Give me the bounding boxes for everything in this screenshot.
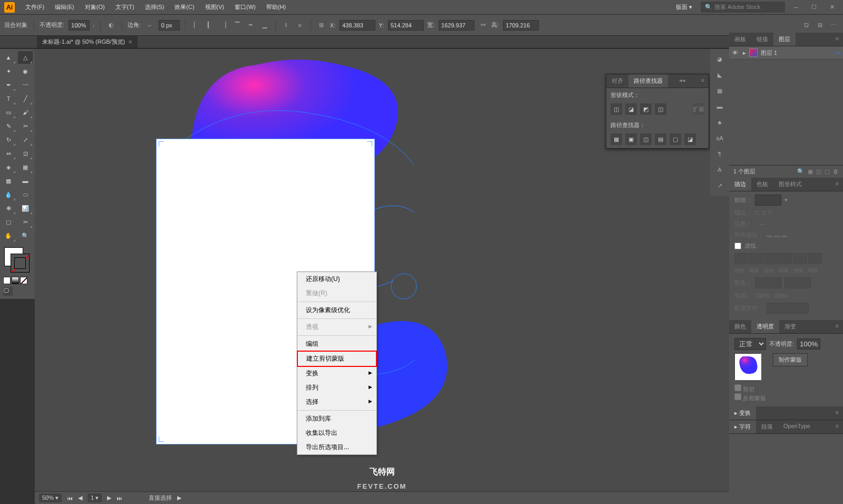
align-hcenter-icon[interactable]: ▎ [205,20,215,31]
ctx-collect-export[interactable]: 收集以导出 [297,426,376,440]
artboard-nav-prev-icon[interactable]: ◀ [78,495,82,501]
slice-tool[interactable]: ✂ [18,216,33,228]
layer-target-icon[interactable]: ○ ▪ [832,50,840,56]
panel-menu-icon[interactable]: ≡ [831,33,843,46]
workspace-switcher[interactable]: 版面 ▾ [672,1,696,13]
eraser-tool[interactable]: ✂ [18,120,33,132]
artboard-nav-first-icon[interactable]: ⏮ [67,495,73,501]
menu-help[interactable]: 帮助(H) [262,1,290,13]
tab-transparency[interactable]: 透明度 [751,320,779,333]
swatches-dock-icon[interactable]: ▦ [714,85,725,96]
outline-icon[interactable]: ▢ [670,133,681,145]
snap-point-icon[interactable]: ⊟ [815,20,825,31]
menu-effect[interactable]: 效果(C) [170,1,198,13]
mesh-tool[interactable]: ▩ [1,175,16,187]
gradient-tool[interactable]: ▬ [18,175,33,187]
exclude-icon[interactable]: ◫ [655,103,666,115]
prefs-icon[interactable]: ⋯ [828,20,839,31]
tab-character[interactable]: ▸ 字符 [729,420,756,433]
menu-type[interactable]: 文字(T) [111,1,139,13]
direct-selection-tool[interactable]: △ [18,51,33,64]
make-mask-button[interactable]: 制作蒙版 [773,353,808,366]
minus-back-icon[interactable]: ◪ [684,133,696,145]
lasso-tool[interactable]: ◉ [18,65,33,77]
artboard-nav-next-icon[interactable]: ▶ [107,495,111,501]
color-mode-icon[interactable] [3,277,11,284]
ctx-group[interactable]: 编组 [297,337,376,351]
menu-edit[interactable]: 编辑(E) [51,1,79,13]
trans-opacity-input[interactable] [797,338,820,350]
transform-icon[interactable]: ⊞ [316,20,327,31]
opacity-input[interactable] [69,20,90,31]
libraries-dock-icon[interactable]: ↗ [714,180,725,191]
artboard-nav-last-icon[interactable]: ⏭ [117,495,122,501]
tab-swatches[interactable]: 色板 [751,178,773,191]
crop-icon[interactable]: ▤ [655,133,666,145]
ctx-transform[interactable]: 变换▶ [297,366,376,381]
recolor-icon[interactable]: ◐ [106,20,117,31]
minus-front-icon[interactable]: ◪ [625,103,637,115]
menu-file[interactable]: 文件(F) [21,1,49,13]
layer-row[interactable]: 👁 ▸ 图层 1 ○ ▪ [729,46,843,60]
tab-links[interactable]: 链接 [751,33,773,46]
h-input[interactable] [503,20,539,31]
weight-input[interactable] [755,195,781,206]
selection-tool[interactable]: ▲ [1,51,16,64]
perspective-grid-tool[interactable]: ▦ [18,161,33,173]
ctx-select[interactable]: 选择▶ [297,395,376,409]
pen-tool[interactable]: ✒ [1,79,16,91]
zoom-tool[interactable]: 🔍 [18,229,33,242]
y-input[interactable] [388,20,424,31]
tab-close-icon[interactable]: ✕ [128,39,132,45]
zoom-select[interactable]: 50% ▾ [39,493,62,502]
tab-stroke[interactable]: 描边 [729,178,751,191]
gradient-mode-icon[interactable] [12,277,19,284]
panel-menu-icon[interactable]: ≡ [831,406,843,420]
ctx-make-clipping-mask[interactable]: 建立剪切蒙版 [297,351,377,367]
artboard-tool[interactable]: ▢ [1,216,16,228]
color-dock-icon[interactable]: ◕ [714,53,725,65]
symbols-dock-icon[interactable]: ♣ [714,117,725,128]
document-tab[interactable]: 未标题-1.ai* @ 50% (RGB/预览) ✕ [37,36,138,48]
scale-tool[interactable]: ⤢ [18,133,33,146]
maximize-icon[interactable]: ☐ [807,3,821,12]
align-right-icon[interactable]: ▕ [218,20,229,31]
ctx-add-library[interactable]: 添加到库 [297,412,376,426]
minimize-icon[interactable]: ─ [789,3,803,12]
screen-mode-icon[interactable]: 🖵 [3,287,13,296]
blend-tool[interactable]: ⬭ [18,188,33,201]
type-tool[interactable]: T [1,92,16,105]
blend-mode-select[interactable]: 正常 [734,338,766,350]
panel-collapse-icon[interactable]: ◂◂ [675,74,690,88]
paintbrush-tool[interactable]: 🖌 [18,106,33,119]
weight-dropdown-icon[interactable]: ▾ [784,197,788,203]
character-dock-icon[interactable]: A [714,164,725,176]
ctx-export-selection[interactable]: 导出所选项目... [297,440,376,454]
expand-arrow-icon[interactable]: ▸ [743,50,746,56]
make-clipping-icon[interactable]: ▣ [808,168,813,175]
tab-artboards[interactable]: 画板 [729,33,751,46]
paragraph-dock-icon[interactable]: ¶ [714,148,725,160]
artboard-select[interactable]: 1 ▾ [88,493,102,502]
hand-tool[interactable]: ✋ [1,229,16,242]
stroke-dock-icon[interactable]: aA [714,132,725,144]
tab-pathfinder[interactable]: 路径查找器 [628,74,668,88]
align-bottom-icon[interactable]: ▁ [259,20,270,31]
distribute-h-icon[interactable]: ⫴ [281,20,292,31]
corner-type-icon[interactable]: ⌐ [145,20,156,31]
stroke-swatch[interactable] [11,254,30,273]
close-icon[interactable]: ✕ [825,3,839,12]
width-tool[interactable]: ⇔ [1,147,16,160]
locate-icon[interactable]: 🔍 [797,168,805,175]
chevron-right-icon[interactable]: › [93,22,95,28]
dash-checkbox[interactable] [734,243,741,249]
column-graph-tool[interactable]: 📊 [18,202,33,215]
panel-menu-icon[interactable]: ≡ [697,74,709,88]
tab-gradient[interactable]: 渐变 [779,320,801,333]
panel-menu-icon[interactable]: ≡ [831,420,843,433]
align-vcenter-icon[interactable]: ━ [246,20,256,31]
delete-layer-icon[interactable]: 🗑 [833,168,839,175]
layer-name[interactable]: 图层 1 [761,49,777,57]
divide-icon[interactable]: ▦ [611,133,622,145]
menu-window[interactable]: 窗口(W) [230,1,260,13]
